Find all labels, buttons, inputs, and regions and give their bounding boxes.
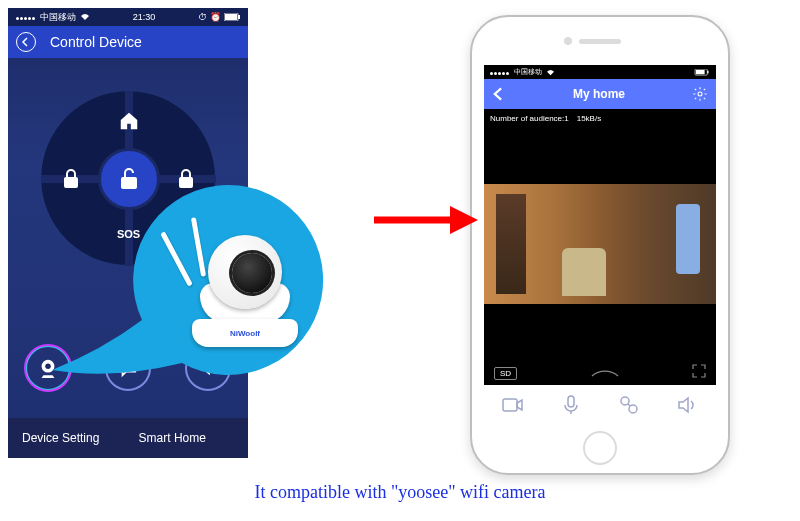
audience-label: Number of audience:1 — [490, 114, 569, 123]
bitrate-label: 15kB/s — [577, 114, 601, 123]
video-controls-bar: SD — [484, 361, 716, 385]
live-video-feed — [484, 184, 716, 304]
yoosee-app-screen: 中国移动 My home Number of audience:1 15kB/s… — [484, 65, 716, 425]
home-icon — [118, 110, 140, 132]
page-title: Control Device — [50, 34, 142, 50]
home-button[interactable] — [583, 431, 617, 465]
nav-bar: My home — [484, 79, 716, 109]
svg-rect-1 — [225, 14, 237, 20]
svg-point-19 — [621, 397, 629, 405]
clock-label: 21:30 — [133, 12, 156, 22]
phone-front-camera — [564, 37, 572, 45]
camera-brand-label: NiWoolf — [192, 319, 298, 347]
phone-speaker — [579, 39, 621, 44]
record-button[interactable] — [499, 391, 527, 419]
smart-home-tab[interactable]: Smart Home — [139, 431, 206, 445]
ptz-arc-button[interactable] — [590, 364, 620, 382]
svg-rect-15 — [707, 70, 708, 73]
quality-button[interactable]: SD — [494, 367, 517, 380]
svg-rect-18 — [568, 396, 574, 407]
status-bar: 中国移动 — [484, 65, 716, 79]
indicator-icon: ⏱ — [198, 12, 207, 22]
arrow-right-icon — [370, 200, 480, 240]
svg-point-20 — [629, 405, 637, 413]
svg-point-16 — [698, 92, 702, 96]
wifi-icon — [546, 69, 555, 76]
status-bar: 中国移动 21:30 ⏱ ⏰ — [8, 8, 248, 26]
wifi-camera-illustration: NiWoolf — [170, 215, 320, 355]
svg-rect-14 — [696, 69, 705, 73]
nav-bar: Control Device — [8, 26, 248, 58]
svg-marker-12 — [450, 206, 478, 234]
sound-button[interactable] — [673, 391, 701, 419]
fullscreen-button[interactable] — [692, 364, 706, 382]
stream-info: Number of audience:1 15kB/s — [484, 109, 716, 127]
battery-icon — [224, 13, 240, 21]
caption-text: It compatible with "yoosee" wifi camera — [0, 482, 800, 503]
mic-button[interactable] — [557, 391, 585, 419]
svg-rect-17 — [503, 399, 517, 411]
alarm-icon: ⏰ — [210, 12, 221, 22]
carrier-label: 中国移动 — [40, 11, 76, 24]
page-title: My home — [573, 87, 625, 101]
bottom-toolbar — [484, 385, 716, 425]
back-button[interactable] — [16, 32, 36, 52]
signal-icon — [16, 12, 36, 22]
snapshot-button[interactable] — [615, 391, 643, 419]
wifi-icon — [80, 13, 90, 21]
settings-button[interactable] — [692, 86, 708, 102]
signal-icon — [490, 69, 510, 76]
battery-icon — [694, 69, 710, 76]
dpad-home-button[interactable] — [103, 95, 155, 147]
iphone-frame: 中国移动 My home Number of audience:1 15kB/s… — [470, 15, 730, 475]
carrier-label: 中国移动 — [514, 67, 542, 77]
device-setting-tab[interactable]: Device Setting — [22, 431, 139, 445]
footer-tabs: Device Setting Smart Home — [8, 418, 248, 458]
back-button[interactable] — [492, 87, 506, 101]
svg-rect-2 — [238, 15, 240, 19]
video-viewport[interactable] — [484, 127, 716, 361]
